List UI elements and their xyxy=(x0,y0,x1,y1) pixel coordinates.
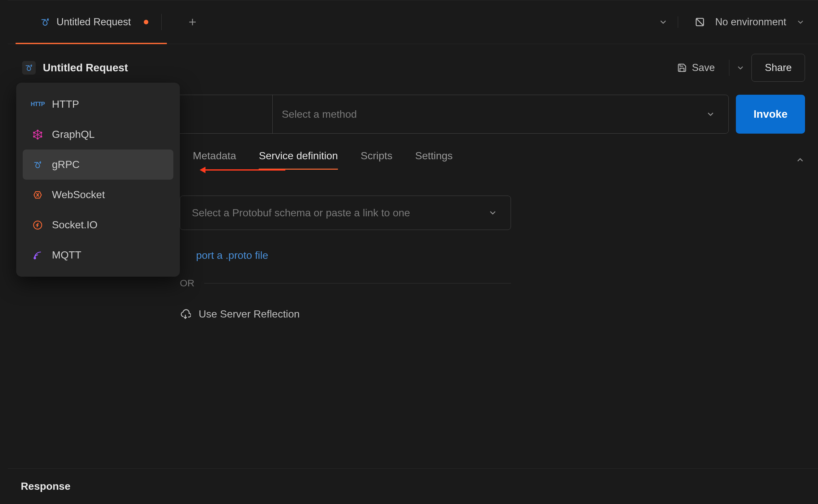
tab-service-definition[interactable]: Service definition xyxy=(259,150,338,170)
method-selector[interactable]: Select a method xyxy=(272,95,728,133)
protocol-item-graphql[interactable]: GraphQL xyxy=(23,119,173,150)
tab-scripts[interactable]: Scripts xyxy=(361,150,392,170)
mqtt-icon xyxy=(32,250,43,260)
save-dropdown-button[interactable] xyxy=(736,63,745,72)
svg-point-4 xyxy=(41,132,42,133)
protocol-item-socketio[interactable]: Socket.IO xyxy=(23,210,173,240)
schema-placeholder: Select a Protobuf schema or paste a link… xyxy=(192,207,410,219)
no-environment-icon xyxy=(694,17,705,28)
cloud-download-icon xyxy=(180,309,191,320)
annotation-arrow xyxy=(204,169,285,171)
topbar: Untitled Request No environment xyxy=(8,0,818,44)
environment-label: No environment xyxy=(715,16,786,28)
protocol-item-mqtt[interactable]: MQTT xyxy=(23,240,173,270)
or-divider: OR xyxy=(180,278,511,289)
use-server-reflection[interactable]: Use Server Reflection xyxy=(180,308,805,320)
grpc-icon xyxy=(40,17,50,27)
chevron-down-icon xyxy=(658,17,668,27)
websocket-icon xyxy=(32,190,43,200)
chevron-down-icon xyxy=(736,63,745,72)
svg-point-6 xyxy=(41,136,42,137)
chevron-down-icon xyxy=(706,109,716,119)
protocol-item-websocket[interactable]: WebSocket xyxy=(23,180,173,210)
tab-label: Untitled Request xyxy=(40,16,131,28)
active-tab-underline xyxy=(16,43,167,44)
svg-point-8 xyxy=(34,257,36,259)
invoke-button[interactable]: Invoke xyxy=(736,95,805,134)
chevron-down-icon xyxy=(488,208,498,218)
request-tab[interactable]: Untitled Request xyxy=(8,0,174,44)
request-name[interactable]: Untitled Request xyxy=(43,62,128,74)
svg-point-2 xyxy=(37,138,38,139)
save-icon xyxy=(677,63,687,73)
environment-selector[interactable]: No environment xyxy=(678,16,805,28)
grpc-icon xyxy=(32,160,43,170)
plus-icon xyxy=(187,17,197,27)
grpc-icon xyxy=(25,64,33,72)
method-placeholder: Select a method xyxy=(282,108,357,120)
share-button[interactable]: Share xyxy=(752,54,805,82)
import-proto-link[interactable]: port a .proto file xyxy=(180,249,805,261)
response-section: Response xyxy=(8,468,818,504)
tab-metadata[interactable]: Metadata xyxy=(193,150,236,170)
http-icon: HTTP xyxy=(32,99,43,110)
collapse-button[interactable] xyxy=(795,155,805,165)
protocol-item-grpc[interactable]: gRPC xyxy=(23,150,173,180)
chevron-up-icon xyxy=(795,155,805,165)
protocol-item-http[interactable]: HTTP HTTP xyxy=(23,89,173,119)
save-button[interactable]: Save xyxy=(669,55,723,80)
protocol-dropdown: HTTP HTTP GraphQL gRPC WebSocket Socke xyxy=(16,83,180,277)
tab-settings[interactable]: Settings xyxy=(415,150,453,170)
chevron-down-icon xyxy=(796,18,805,27)
schema-selector[interactable]: Select a Protobuf schema or paste a link… xyxy=(180,196,511,230)
unsaved-indicator xyxy=(144,20,148,24)
new-tab-button[interactable] xyxy=(187,17,197,27)
graphql-icon xyxy=(32,129,43,140)
tabs-dropdown-button[interactable] xyxy=(658,17,668,27)
svg-point-1 xyxy=(37,130,38,131)
request-type-badge[interactable] xyxy=(22,61,36,75)
svg-point-3 xyxy=(33,132,35,133)
svg-point-5 xyxy=(33,136,35,137)
socketio-icon xyxy=(32,220,43,230)
response-label: Response xyxy=(21,480,70,492)
